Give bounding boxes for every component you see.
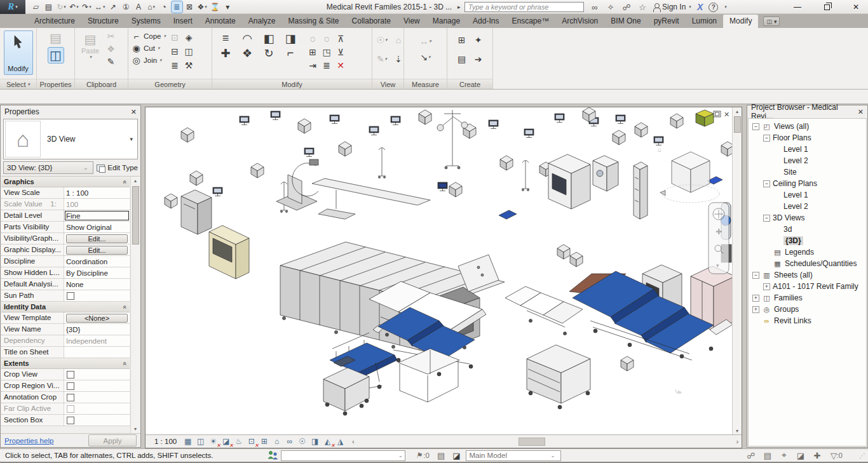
override-graphics-icon[interactable]: ✎▾ <box>375 53 389 64</box>
qat-customize-qat-icon[interactable]: ▾ <box>222 1 233 13</box>
join-geometry-button[interactable]: ◎Join▾ <box>131 55 166 65</box>
tab-pyrevit[interactable]: pyRevit <box>648 15 686 28</box>
tree-item-level-2[interactable]: Level 2 <box>749 201 866 212</box>
exchange-apps-icon[interactable]: X <box>697 2 703 12</box>
aligned-dimension-icon[interactable]: ↘▾ <box>419 51 431 62</box>
cope-button[interactable]: ⌐Cope▾ <box>131 30 166 41</box>
instance-selector[interactable]: 3D View: {3D} ⌄ <box>3 161 93 174</box>
delete-icon[interactable]: ✕ <box>334 60 347 70</box>
minimize-button[interactable]: — <box>794 3 801 11</box>
properties-scrollbar[interactable]: ▴ ▾ <box>130 177 140 433</box>
select-underlay-elements-icon[interactable]: ▤ <box>762 450 773 461</box>
tab-bim-one[interactable]: BIM One <box>604 15 647 28</box>
tab-structure[interactable]: Structure <box>81 15 125 28</box>
qat-close-inactive-views-icon[interactable]: ⊠ <box>184 1 195 13</box>
chevron-down-icon[interactable]: ▾ <box>724 4 727 10</box>
tree-item-level-2[interactable]: Level 2 <box>749 155 866 166</box>
close-button[interactable]: ✕ <box>853 3 859 11</box>
pin-icon[interactable]: ⊻ <box>334 46 347 57</box>
hide-in-view-icon[interactable]: ☉▾ <box>375 34 389 45</box>
show-analytical-model-icon[interactable]: ◭✕ <box>323 437 332 446</box>
highlight-displacement-sets-icon[interactable]: ◮ <box>336 437 345 446</box>
value-button[interactable]: <None> <box>66 314 128 323</box>
model-washer-2[interactable] <box>593 156 618 191</box>
mirror-pick-axis-icon[interactable]: ◧ <box>262 33 276 44</box>
qat-measure-icon[interactable]: ↔▾ <box>94 1 106 13</box>
show-rendering-dialog-icon[interactable]: ♨ <box>234 437 243 446</box>
tree-item-a101-1017-revit-family[interactable]: +A101 - 1017 Revit Family <box>749 281 866 292</box>
property-value[interactable] <box>64 369 130 380</box>
temporary-hide-isolate-icon[interactable]: ∞ <box>285 437 294 446</box>
expander-icon[interactable]: + <box>763 283 770 290</box>
tab-modify[interactable]: Modify <box>723 15 758 28</box>
paste-button[interactable]: ▤ Paste ▾ <box>78 30 103 60</box>
property-value[interactable] <box>64 403 130 414</box>
linework-icon[interactable]: ≣ <box>168 60 181 70</box>
property-value[interactable] <box>64 380 130 391</box>
checkbox[interactable] <box>67 382 74 390</box>
reveal-hidden-elements-icon[interactable]: ☉ <box>297 437 307 446</box>
tab-insert[interactable]: Insert <box>167 15 199 28</box>
section-header-extents[interactable]: Extents« <box>1 358 130 369</box>
scroll-left-icon[interactable]: ‹ <box>350 438 356 445</box>
tree-item-revit-links[interactable]: ∞Revit Links <box>749 315 866 326</box>
navigation-bar[interactable]: ✚ ▾ <box>709 203 729 274</box>
tab-systems[interactable]: Systems <box>125 15 167 28</box>
scroll-right-icon[interactable]: › <box>735 438 740 445</box>
tree-item-3d[interactable]: 3d <box>749 224 866 235</box>
detail-level-icon[interactable]: ▦ <box>183 437 193 446</box>
view-close-icon[interactable]: ✕ <box>724 111 729 118</box>
tree-item-site[interactable]: Site <box>749 166 866 178</box>
search-expand-icon[interactable]: ▸ <box>458 4 461 10</box>
trim-extend-multiple-icon[interactable]: ⇥ <box>306 60 319 70</box>
editing-requests-button[interactable]: ⚑ :0 <box>416 451 430 460</box>
apply-button[interactable]: Apply <box>88 434 137 446</box>
scale-icon[interactable]: ◳ <box>320 46 333 57</box>
family-properties-icon[interactable]: ▤ <box>48 30 64 46</box>
property-value[interactable]: Coordination <box>64 256 130 267</box>
cut-geometry-button[interactable]: ◉Cut▾ <box>131 43 166 53</box>
cut-icon[interactable]: ✂ <box>105 30 116 41</box>
tree-item-legends[interactable]: ▤Legends <box>749 246 866 258</box>
crop-view-icon[interactable]: ⊡✕ <box>247 437 256 446</box>
property-value[interactable]: Independent <box>64 335 130 346</box>
tab-annotate[interactable]: Annotate <box>199 15 242 28</box>
property-value[interactable] <box>64 347 130 358</box>
sun-path-icon[interactable]: ☀✕ <box>208 437 218 446</box>
checkbox[interactable] <box>67 394 74 401</box>
model-view[interactable]: .scene polygon,.scene rect,.scene line,.… <box>146 107 732 434</box>
value-button[interactable]: Edit... <box>66 246 128 255</box>
property-value[interactable]: Fine <box>64 210 130 221</box>
panel-label-select[interactable]: Select▾ <box>0 79 36 89</box>
scroll-up-icon[interactable]: ▴ <box>736 107 738 115</box>
rotate-icon[interactable]: ↻ <box>262 48 276 58</box>
qat-sync-with-central-icon[interactable]: ↻▾ <box>56 1 67 13</box>
model-gray-cabinet[interactable] <box>181 190 212 234</box>
demolish-icon[interactable]: ⚒ <box>182 60 195 70</box>
tree-item-ceiling-plans[interactable]: −Ceiling Plans <box>749 178 866 189</box>
tree-item-3d[interactable]: {3D} <box>749 235 866 246</box>
active-workset-select[interactable]: ⌄ <box>281 450 405 461</box>
scroll-down-icon[interactable]: ▾ <box>134 425 137 433</box>
tab-lumion[interactable]: Lumion <box>686 15 723 28</box>
design-option-select[interactable]: Main Model ⌄ <box>466 450 561 461</box>
modify-tool-button[interactable]: Modify <box>4 30 33 75</box>
isolate-icon[interactable]: ⌂ <box>391 34 405 45</box>
worksets-icon[interactable] <box>267 450 278 460</box>
tree-item-level-1[interactable]: Level 1 <box>749 144 866 155</box>
checkbox[interactable] <box>67 405 74 413</box>
property-value[interactable]: Edit... <box>64 233 130 244</box>
create-similar-icon[interactable]: ➔ <box>471 53 485 64</box>
activate-design-option-icon[interactable]: ◪ <box>452 451 460 460</box>
property-value[interactable]: 100 <box>64 199 130 210</box>
panel-label-properties[interactable]: Properties <box>37 79 74 89</box>
search-input[interactable]: Type a keyword or phrase <box>465 2 584 12</box>
model-washer[interactable] <box>548 154 590 209</box>
model-locker[interactable] <box>634 162 648 219</box>
property-value[interactable]: By Discipline <box>64 267 130 278</box>
help-button[interactable]: ? <box>709 3 718 12</box>
mirror-draw-axis-icon[interactable]: ◨ <box>283 33 297 44</box>
horizontal-scrollbar[interactable]: ‹ › <box>345 435 742 448</box>
split-with-gap-icon[interactable]: ◌ <box>320 33 333 44</box>
property-value[interactable] <box>64 392 130 403</box>
